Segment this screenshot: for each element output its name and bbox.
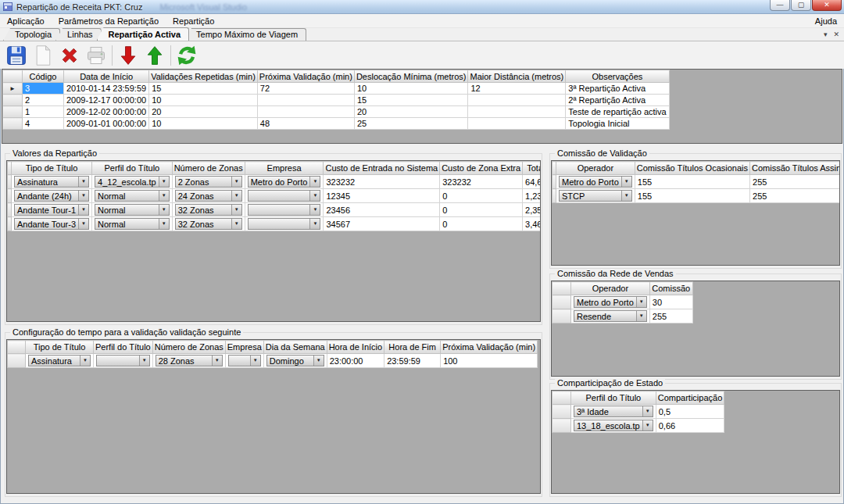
grid-cell[interactable]: ▼ — [225, 354, 263, 368]
column-header[interactable]: Tipo de Título — [12, 162, 92, 175]
grid-cell[interactable]: 2 — [23, 95, 64, 106]
grid-cell[interactable]: 2009-12-02 00:00:00 — [64, 106, 149, 118]
grid-cell[interactable]: 3ª Repartição Activa — [566, 83, 669, 95]
grid-cell[interactable]: 10 — [149, 95, 258, 106]
row-selector[interactable] — [3, 106, 23, 118]
grid-cell[interactable]: 2ª Repartição Activa — [566, 95, 669, 106]
grid-cell[interactable] — [468, 118, 566, 130]
column-header[interactable]: Comissão Títulos Assinatura — [750, 162, 840, 175]
move-up-button[interactable] — [141, 43, 168, 68]
column-header[interactable]: Operador — [556, 162, 635, 175]
combo-dropdown[interactable]: Andante Tour-3▼ — [14, 218, 89, 230]
grid-cell[interactable]: 23:00:00 — [327, 354, 384, 368]
grid-cell[interactable]: 2010-01-14 23:59:59 — [64, 83, 149, 95]
delete-button[interactable] — [56, 43, 83, 68]
column-header[interactable]: Dia da Semana — [263, 341, 327, 354]
column-header[interactable]: Custo de Zona Extra — [440, 162, 523, 175]
grid-cell[interactable]: 1,23 — [523, 189, 541, 203]
grid-cell[interactable]: 3 — [23, 83, 64, 95]
grid-cell[interactable]: Normal▼ — [92, 217, 173, 231]
grid-cell[interactable]: 0 — [440, 203, 523, 217]
grid-cell[interactable]: 12345 — [324, 189, 440, 203]
tab-tempo-maximo-de-viagem[interactable]: Tempo Máximo de Viagem — [184, 28, 306, 41]
grid-cell[interactable]: 255 — [750, 175, 840, 189]
row-selector-header[interactable] — [3, 70, 23, 83]
combo-dropdown[interactable]: 3ª Idade▼ — [574, 406, 653, 417]
chevron-down-icon[interactable]: ▼ — [313, 356, 324, 366]
row-selector[interactable] — [8, 354, 26, 368]
grid-cell[interactable]: 2009-12-17 00:00:00 — [64, 95, 149, 106]
combo-dropdown[interactable]: Assinatura▼ — [14, 176, 89, 188]
grid-cell[interactable]: Normal▼ — [92, 189, 173, 203]
grid-cell[interactable]: 323232 — [440, 175, 523, 189]
grid-cell[interactable]: 12 — [468, 83, 566, 95]
chevron-down-icon[interactable]: ▼ — [309, 205, 320, 215]
combo-dropdown[interactable]: Normal▼ — [95, 190, 170, 202]
grid-cell[interactable]: ▼ — [94, 354, 153, 368]
grid-cell[interactable]: Domingo▼ — [263, 354, 327, 368]
grid-cell[interactable]: 1 — [23, 106, 64, 118]
column-header[interactable]: Comissão Títulos Ocasionais — [635, 162, 749, 175]
current-row-selector[interactable]: ► — [3, 83, 23, 95]
combo-dropdown[interactable]: ▼ — [96, 355, 150, 366]
chevron-down-icon[interactable]: ▼ — [159, 191, 169, 201]
grid-cell[interactable]: Metro do Porto▼ — [245, 175, 324, 189]
grid-cell[interactable]: 30 — [649, 295, 692, 309]
row-selector-header[interactable] — [553, 282, 571, 295]
close-icon[interactable]: ✕ — [833, 30, 839, 39]
row-selector[interactable] — [553, 405, 571, 419]
combo-dropdown[interactable]: Metro do Porto▼ — [559, 176, 632, 188]
chevron-down-icon[interactable]: ▼ — [621, 177, 631, 187]
grid-cell[interactable]: 15 — [354, 95, 468, 106]
grid-cell[interactable]: 23:59:59 — [384, 354, 441, 368]
column-header[interactable]: Código — [23, 70, 64, 83]
grid-cell[interactable]: STCP▼ — [556, 189, 635, 203]
chevron-down-icon[interactable]: ▼ — [309, 219, 320, 229]
menu-parametros-da-reparticao[interactable]: Parâmetros da Repartição — [52, 15, 166, 27]
row-selector[interactable] — [553, 419, 571, 433]
combo-dropdown[interactable]: Metro do Porto▼ — [574, 296, 647, 308]
chevron-down-icon[interactable]: ▼ — [250, 356, 260, 366]
column-header[interactable]: Empresa — [245, 162, 324, 175]
menu-reparticao[interactable]: Repartição — [166, 15, 221, 27]
grid-cell[interactable]: 32 Zonas▼ — [172, 217, 245, 231]
grid-cell[interactable] — [468, 106, 566, 118]
column-header[interactable]: Número de Zonas — [152, 341, 225, 354]
chevron-down-icon[interactable]: ▼ — [78, 219, 88, 229]
combo-dropdown[interactable]: 13_18_escola.tp▼ — [574, 420, 653, 431]
combo-dropdown[interactable]: Andante (24h)▼ — [14, 190, 89, 202]
grid-cell[interactable]: 2,35 — [523, 203, 541, 217]
minimize-button[interactable]: — — [770, 0, 790, 11]
column-header[interactable]: Empresa — [225, 341, 263, 354]
combo-dropdown[interactable]: 4_12_escola.tp▼ — [95, 176, 170, 188]
grid-cell[interactable]: 0 — [440, 189, 523, 203]
grid-cell[interactable]: Metro do Porto▼ — [556, 175, 635, 189]
maximize-button[interactable]: ▢ — [791, 0, 811, 11]
column-header[interactable]: Comparticipação — [656, 391, 724, 405]
combo-dropdown[interactable]: Metro do Porto▼ — [248, 176, 321, 188]
grid-cell[interactable]: 72 — [257, 83, 354, 95]
combo-dropdown[interactable]: Normal▼ — [95, 218, 170, 230]
column-header[interactable]: Perfil do Título — [92, 162, 173, 175]
grid-cell[interactable]: 20 — [149, 106, 258, 118]
grid-cell[interactable]: Teste de repartição activa — [566, 106, 669, 118]
column-header[interactable]: Próxima Validação (min) — [441, 341, 538, 354]
row-selector[interactable] — [3, 95, 23, 106]
grid-cell[interactable]: 15 — [149, 83, 258, 95]
grid-cell[interactable]: Assinatura▼ — [12, 175, 92, 189]
column-header[interactable]: Perfil do Título — [571, 391, 656, 405]
grid-cell[interactable]: 100 — [441, 354, 538, 368]
column-header[interactable]: Tipo de Título — [26, 341, 94, 354]
grid-cell[interactable]: Metro do Porto▼ — [571, 295, 650, 309]
chevron-down-icon[interactable]: ▼ — [80, 356, 90, 366]
grid-cell[interactable]: Resende▼ — [571, 309, 650, 323]
grid-cell[interactable]: ▼ — [245, 189, 324, 203]
grid-cell[interactable]: 2009-01-01 00:00:00 — [64, 118, 149, 130]
grid-cell[interactable]: 4 — [23, 118, 64, 130]
combo-dropdown[interactable]: ▼ — [248, 190, 321, 202]
column-header[interactable]: Operador — [571, 282, 650, 295]
grid-cell[interactable]: 0,66 — [656, 419, 724, 433]
column-header[interactable]: Deslocação Mínima (metros) — [354, 70, 468, 83]
column-header[interactable]: Observações — [566, 70, 669, 83]
combo-dropdown[interactable]: 32 Zonas▼ — [175, 218, 242, 230]
